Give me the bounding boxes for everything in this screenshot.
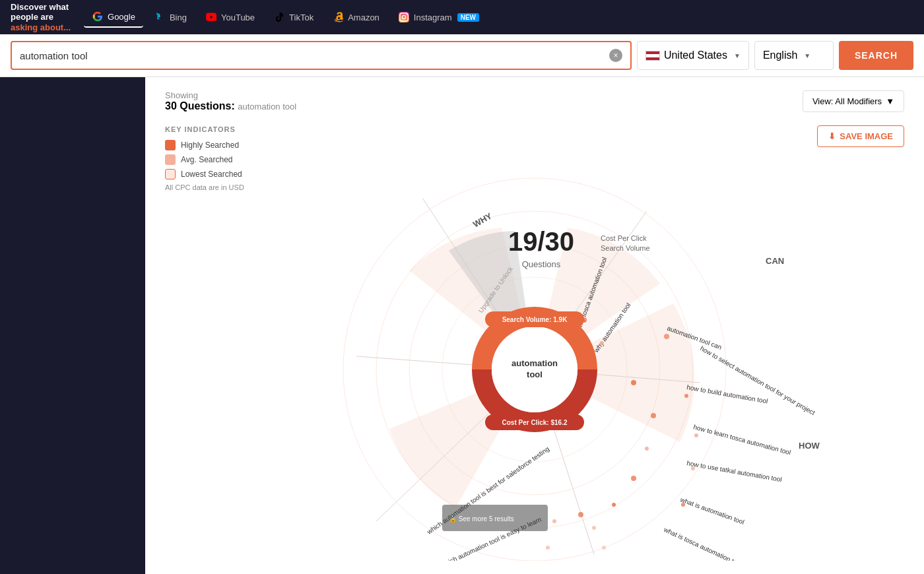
country-selector[interactable]: United States ▼	[637, 41, 749, 70]
viz-svg-wrapper: WHY CAN HOW WHICH Upgrade to Unlock 🔒 Se…	[165, 125, 904, 561]
svg-point-59	[612, 503, 616, 507]
svg-text:HOW: HOW	[799, 441, 820, 451]
language-selector[interactable]: English ▼	[754, 41, 834, 70]
svg-point-33	[691, 466, 695, 470]
svg-point-26	[664, 334, 669, 339]
low-dot	[165, 169, 176, 179]
save-image-label: SAVE IMAGE	[840, 131, 893, 141]
svg-text:how to build automation tool: how to build automation tool	[686, 383, 769, 404]
clear-search-button[interactable]: ×	[609, 49, 622, 62]
nav-tab-bing[interactable]: Bing	[146, 7, 195, 27]
key-indicators-title: KEY INDICATORS	[165, 125, 244, 133]
country-chevron-icon: ▼	[734, 52, 741, 59]
amazon-icon	[332, 11, 344, 23]
svg-point-42	[546, 546, 550, 550]
svg-point-40	[552, 519, 556, 523]
svg-text:how to use tatkal automation t: how to use tatkal automation tool	[686, 459, 783, 483]
nav-tab-instagram[interactable]: Instagram NEW	[390, 7, 487, 27]
nav-tab-amazon[interactable]: Amazon	[324, 7, 387, 27]
nav-tab-tiktok[interactable]: TikTok	[265, 7, 321, 27]
main-nav: Google Bing YouTube TikTok	[84, 7, 913, 28]
svg-text:automation: automation	[512, 358, 558, 368]
nav-tab-instagram-label: Instagram	[414, 13, 452, 22]
instagram-icon	[398, 11, 410, 23]
bing-icon	[154, 11, 166, 23]
language-chevron-icon: ▼	[804, 52, 810, 59]
svg-point-38	[578, 512, 583, 517]
nav-tab-amazon-label: Amazon	[348, 13, 380, 22]
sidebar	[0, 77, 145, 574]
svg-text:19/30: 19/30	[508, 227, 574, 256]
search-bar: × United States ▼ English ▼ SEARCH	[0, 34, 924, 77]
avg-dot	[165, 154, 176, 165]
brand-logo: Discover what people are asking about...	[11, 2, 71, 33]
nav-tab-bing-label: Bing	[170, 13, 187, 22]
cpc-note: All CPC data are in USD	[165, 183, 244, 191]
svg-point-35	[681, 503, 685, 507]
nav-tab-youtube-label: YouTube	[221, 13, 255, 22]
visualization-container: KEY INDICATORS Highly Searched Avg. Sear…	[165, 125, 904, 561]
results-header: Showing 30 Questions: automation tool Vi…	[165, 90, 904, 112]
indicator-avg-label: Avg. Searched	[181, 155, 233, 164]
svg-point-24	[600, 341, 604, 345]
google-icon	[92, 11, 104, 22]
download-icon: ⬇	[828, 131, 836, 141]
svg-text:Cost Per Click: $16.2: Cost Per Click: $16.2	[502, 419, 568, 426]
save-image-button[interactable]: ⬇ SAVE IMAGE	[817, 125, 904, 147]
view-selector-button[interactable]: View: All Modifiers ▼	[803, 90, 904, 112]
results-title: Showing 30 Questions: automation tool	[165, 90, 296, 112]
view-selector-label: View: All Modifiers	[812, 96, 882, 106]
svg-text:Search Volume: 1.9K: Search Volume: 1.9K	[502, 316, 568, 323]
svg-point-60	[592, 526, 596, 530]
main-content: Showing 30 Questions: automation tool Vi…	[0, 77, 924, 574]
youtube-icon	[205, 11, 217, 23]
svg-text:Search Volume: Search Volume	[601, 244, 650, 252]
app-header: Discover what people are asking about...…	[0, 0, 924, 34]
svg-text:CAN: CAN	[766, 256, 784, 266]
key-indicators: KEY INDICATORS Highly Searched Avg. Sear…	[165, 125, 244, 191]
svg-point-55	[631, 380, 636, 385]
content-area: Showing 30 Questions: automation tool Vi…	[145, 77, 924, 574]
search-input-wrapper: ×	[11, 41, 632, 70]
svg-text:WHY: WHY	[471, 210, 494, 229]
nav-tab-google-label: Google	[108, 12, 135, 22]
indicator-avg: Avg. Searched	[165, 154, 244, 165]
indicator-low: Lowest Searched	[165, 169, 244, 179]
showing-label: Showing	[165, 90, 296, 100]
svg-point-57	[645, 447, 649, 451]
svg-point-56	[651, 413, 656, 418]
wheel-visualization: WHY CAN HOW WHICH Upgrade to Unlock 🔒 Se…	[224, 125, 845, 561]
svg-text:Questions: Questions	[522, 259, 561, 269]
search-button[interactable]: SEARCH	[839, 41, 913, 70]
svg-point-31	[694, 433, 698, 437]
svg-point-58	[631, 476, 636, 481]
indicator-high-label: Highly Searched	[181, 141, 239, 150]
nav-tab-youtube[interactable]: YouTube	[197, 7, 263, 27]
nav-tab-google[interactable]: Google	[84, 7, 143, 28]
view-selector-chevron-icon: ▼	[886, 96, 894, 106]
svg-text:what is tosca automation tool: what is tosca automation tool	[662, 525, 742, 561]
us-flag-icon	[645, 51, 660, 61]
svg-point-3	[406, 15, 407, 16]
high-dot	[165, 140, 176, 150]
search-input[interactable]	[20, 50, 609, 61]
language-label: English	[763, 49, 797, 61]
tiktok-icon	[273, 11, 285, 23]
svg-text:how to select automation tool : how to select automation tool for your p…	[699, 344, 816, 416]
new-badge: NEW	[457, 13, 479, 22]
svg-point-61	[602, 546, 606, 550]
indicator-high: Highly Searched	[165, 140, 244, 150]
results-query: automation tool	[238, 102, 296, 112]
country-label: United States	[664, 49, 727, 61]
svg-text:tool: tool	[527, 369, 543, 379]
svg-text:Cost Per Click: Cost Per Click	[601, 234, 647, 242]
svg-point-29	[684, 394, 688, 398]
svg-text:what is automation tool: what is automation tool	[678, 495, 745, 526]
svg-text:🔒 See more 5 results: 🔒 See more 5 results	[449, 515, 514, 523]
indicator-low-label: Lowest Searched	[181, 170, 242, 179]
nav-tab-tiktok-label: TikTok	[289, 13, 314, 22]
results-count: 30 Questions:	[165, 100, 238, 112]
